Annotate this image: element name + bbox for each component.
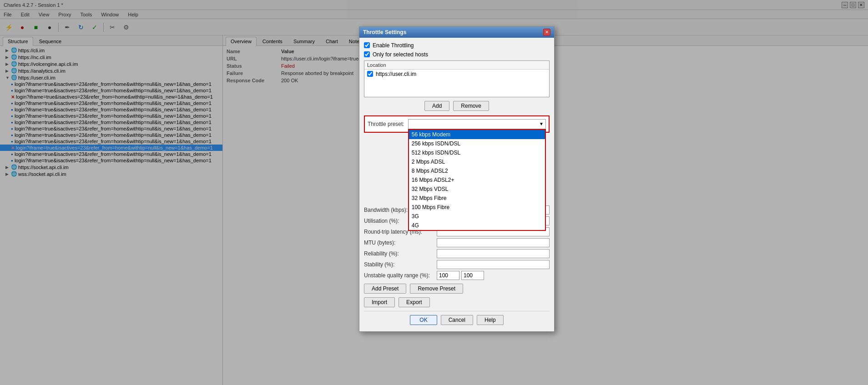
mtu-input[interactable] xyxy=(437,238,550,247)
cancel-button[interactable]: Cancel xyxy=(441,315,473,325)
throttle-preset-section: Throttle preset: ▼ 56 kbps Modem 256 kbp… xyxy=(364,115,550,133)
dialog-action-buttons: OK Cancel Help xyxy=(364,311,550,327)
location-checkbox[interactable] xyxy=(367,71,373,77)
stability-row: Stability (%): xyxy=(364,260,550,269)
enable-throttling-row: Enable Throttling xyxy=(364,42,550,49)
mtu-row: MTU (bytes): xyxy=(364,238,550,247)
enable-throttling-label: Enable Throttling xyxy=(373,42,414,49)
preset-option-256k[interactable]: 256 kbps ISDN/DSL xyxy=(409,139,545,148)
preset-option-2m[interactable]: 2 Mbps ADSL xyxy=(409,157,545,166)
ok-button[interactable]: OK xyxy=(410,315,437,325)
reliability-label: Reliability (%): xyxy=(364,250,437,257)
only-selected-hosts-row: Only for selected hosts xyxy=(364,51,550,58)
location-box: Location https://user.cli.im xyxy=(364,60,550,97)
add-remove-buttons: Add Remove xyxy=(364,101,550,111)
throttle-settings-dialog: Throttle Settings ✕ Enable Throttling On… xyxy=(359,26,555,332)
preset-select-display[interactable]: ▼ xyxy=(408,119,546,129)
import-button[interactable]: Import xyxy=(364,297,395,307)
remove-button[interactable]: Remove xyxy=(453,101,489,111)
dialog-title-bar: Throttle Settings ✕ xyxy=(359,27,554,38)
unstable-range-row: Unstable quality range (%): xyxy=(364,271,550,280)
preset-option-32f[interactable]: 32 Mbps Fibre xyxy=(409,194,545,203)
add-preset-button[interactable]: Add Preset xyxy=(364,284,406,294)
preset-option-16m[interactable]: 16 Mbps ADSL2+ xyxy=(409,175,545,185)
only-selected-hosts-label: Only for selected hosts xyxy=(373,51,428,58)
export-button[interactable]: Export xyxy=(399,297,430,307)
preset-btn-row: Add Preset Remove Preset xyxy=(364,284,550,294)
import-export-row: Import Export xyxy=(364,297,550,307)
preset-option-8m[interactable]: 8 Mbps ADSL2 xyxy=(409,166,545,175)
unstable-val1-input[interactable] xyxy=(437,271,459,280)
preset-option-56k[interactable]: 56 kbps Modem xyxy=(409,130,545,139)
location-url: https://user.cli.im xyxy=(376,71,416,77)
stability-input[interactable] xyxy=(437,260,550,269)
preset-dropdown-wrapper: ▼ 56 kbps Modem 256 kbps ISDN/DSL 512 kb… xyxy=(408,119,546,129)
preset-option-4g[interactable]: 4G xyxy=(409,221,545,230)
unstable-val2-input[interactable] xyxy=(461,271,484,280)
help-button[interactable]: Help xyxy=(477,315,504,325)
location-row: https://user.cli.im xyxy=(364,70,549,79)
reliability-row: Reliability (%): xyxy=(364,249,550,258)
dropdown-arrow-icon: ▼ xyxy=(539,121,544,126)
dialog-body: Enable Throttling Only for selected host… xyxy=(359,38,554,331)
unstable-range-label: Unstable quality range (%): xyxy=(364,272,437,279)
preset-option-32v[interactable]: 32 Mbps VDSL xyxy=(409,185,545,194)
throttle-preset-label: Throttle preset: xyxy=(368,121,404,127)
dialog-close-button[interactable]: ✕ xyxy=(543,29,550,36)
mtu-label: MTU (bytes): xyxy=(364,240,437,246)
location-header: Location xyxy=(364,61,549,70)
remove-preset-button[interactable]: Remove Preset xyxy=(410,284,463,294)
preset-option-512k[interactable]: 512 kbps ISDN/DSL xyxy=(409,148,545,157)
add-button[interactable]: Add xyxy=(424,101,449,111)
throttle-preset-row: Throttle preset: ▼ 56 kbps Modem 256 kbp… xyxy=(368,119,546,129)
reliability-input[interactable] xyxy=(437,249,550,258)
dialog-title: Throttle Settings xyxy=(363,29,406,35)
modal-overlay: Throttle Settings ✕ Enable Throttling On… xyxy=(0,0,868,385)
stability-label: Stability (%): xyxy=(364,261,437,268)
preset-dropdown-list: 56 kbps Modem 256 kbps ISDN/DSL 512 kbps… xyxy=(408,129,546,231)
preset-option-100f[interactable]: 100 Mbps Fibre xyxy=(409,203,545,212)
only-selected-hosts-checkbox[interactable] xyxy=(364,51,370,57)
preset-option-3g[interactable]: 3G xyxy=(409,212,545,221)
enable-throttling-checkbox[interactable] xyxy=(364,42,370,48)
